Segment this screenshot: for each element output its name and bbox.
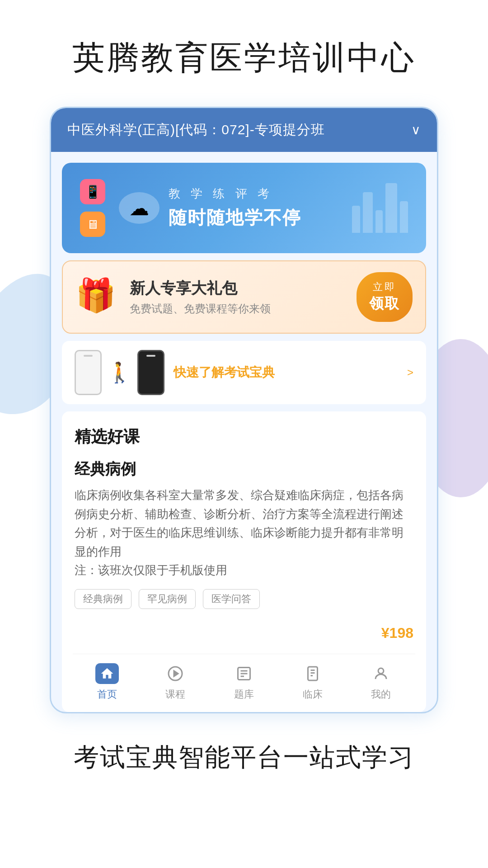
- quick-link-text: 快速了解考试宝典: [174, 364, 398, 381]
- quick-link-arrow-icon: >: [407, 366, 413, 379]
- nav-item-我的[interactable]: 我的: [360, 663, 402, 701]
- course-tags: 经典病例罕见病例医学问答: [75, 589, 413, 609]
- nav-item-首页[interactable]: 首页: [86, 663, 128, 701]
- nav-item-课程[interactable]: 课程: [155, 663, 196, 701]
- course-price: ¥198: [75, 618, 413, 643]
- course-selector[interactable]: 中医外科学(正高)[代码：072]-专项提分班 ∨: [51, 108, 437, 152]
- course-tag: 罕见病例: [139, 589, 196, 609]
- section-title: 精选好课: [75, 426, 413, 448]
- nav-item-题库[interactable]: 题库: [223, 663, 265, 701]
- course-item-title: 经典病例: [75, 459, 413, 480]
- banner-buildings: [352, 183, 408, 233]
- nav-label-首页: 首页: [97, 688, 117, 701]
- nav-icon-题库: [232, 663, 256, 684]
- gift-button-line1: 立即: [369, 280, 400, 294]
- bottom-nav: 首页课程题库临床我的: [73, 654, 415, 712]
- phone-mock-1: [75, 350, 102, 395]
- price-value: 198: [389, 625, 413, 641]
- banner-subtitle: 教 学 练 评 考: [169, 186, 352, 202]
- gift-button-line2: 领取: [369, 294, 400, 314]
- nav-label-临床: 临床: [303, 688, 323, 701]
- gift-subtitle: 免费试题、免费课程等你来领: [130, 302, 347, 316]
- nav-icon-首页: [95, 663, 119, 684]
- gift-box-banner[interactable]: 🎁 新人专享大礼包 免费试题、免费课程等你来领 立即 领取: [62, 260, 426, 334]
- nav-icon-我的: [369, 663, 393, 684]
- app-title: 英腾教育医学培训中心: [0, 0, 488, 107]
- banner-icon-monitor: 🖥: [80, 212, 105, 237]
- nav-label-题库: 题库: [234, 688, 254, 701]
- gift-claim-button[interactable]: 立即 领取: [357, 272, 413, 322]
- nav-icon-临床: [301, 663, 324, 684]
- gift-box-image: 🎁: [75, 279, 121, 315]
- chevron-down-icon: ∨: [411, 123, 421, 137]
- banner-icon-phone: 📱: [80, 179, 105, 204]
- phone-mockups: 🚶: [75, 350, 164, 395]
- phone-mock-2: [137, 350, 164, 395]
- nav-icon-课程: [164, 663, 187, 684]
- promo-banner: 📱 🖥 ☁ 教 学 练 评 考 随时随地学不停: [62, 163, 426, 253]
- footer-title: 考试宝典智能平台一站式学习: [0, 713, 488, 802]
- quick-link-banner[interactable]: 🚶 快速了解考试宝典 >: [62, 341, 426, 404]
- nav-item-临床[interactable]: 临床: [292, 663, 333, 701]
- gift-title: 新人专享大礼包: [130, 278, 347, 299]
- course-tag: 医学问答: [203, 589, 260, 609]
- svg-point-10: [378, 668, 384, 674]
- course-item-desc: 临床病例收集各科室大量常多发、综合疑难临床病症，包括各病例病史分析、辅助检查、诊…: [75, 486, 413, 580]
- banner-left: 📱 🖥 ☁ 教 学 练 评 考 随时随地学不停: [80, 179, 352, 237]
- svg-marker-1: [174, 671, 178, 676]
- phone-card: 中医外科学(正高)[代码：072]-专项提分班 ∨ 📱 🖥 ☁ 教 学 练 评 …: [50, 107, 438, 713]
- banner-title: 随时随地学不停: [169, 205, 352, 230]
- nav-label-我的: 我的: [371, 688, 391, 701]
- bottom-nav-wrapper: 首页课程题库临床我的: [62, 654, 426, 712]
- banner-text: 教 学 练 评 考 随时随地学不停: [169, 186, 352, 230]
- course-tag: 经典病例: [75, 589, 131, 609]
- nav-label-课程: 课程: [165, 688, 185, 701]
- card-content: 精选好课 经典病例 临床病例收集各科室大量常多发、综合疑难临床病症，包括各病例病…: [62, 411, 426, 654]
- person-walking-icon: 🚶: [107, 361, 132, 384]
- gift-text: 新人专享大礼包 免费试题、免费课程等你来领: [130, 278, 347, 316]
- cloud-icon: ☁: [119, 192, 160, 224]
- course-selector-text: 中医外科学(正高)[代码：072]-专项提分班: [67, 121, 325, 139]
- price-symbol: ¥: [381, 625, 389, 641]
